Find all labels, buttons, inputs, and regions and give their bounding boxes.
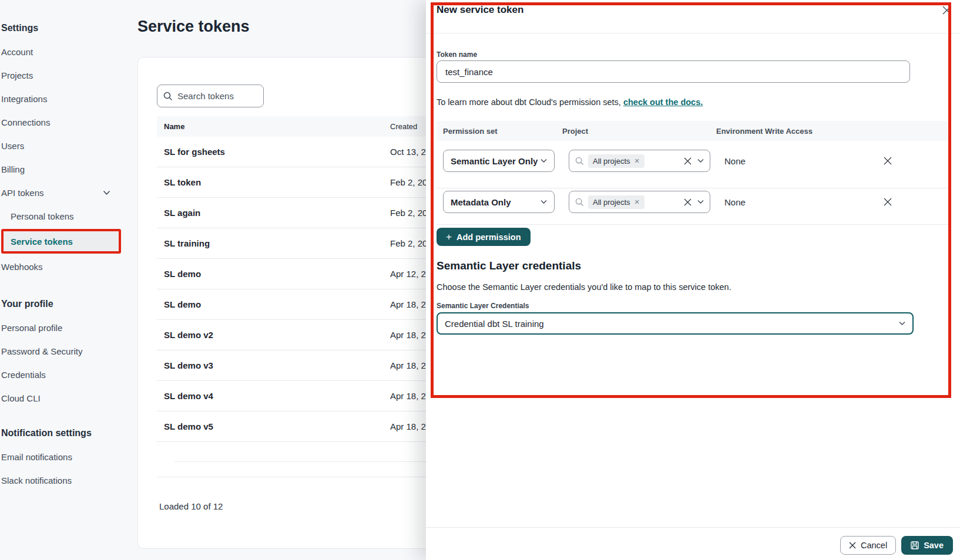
cancel-label: Cancel: [861, 541, 887, 550]
chevron-down-icon: [103, 190, 110, 195]
sidebar-heading-your-profile: Your profile: [1, 292, 125, 316]
sidebar-item-personal-profile[interactable]: Personal profile: [1, 316, 125, 339]
remove-permission-icon[interactable]: [881, 195, 894, 208]
sidebar-item-projects[interactable]: Projects: [1, 63, 125, 87]
token-name: SL token: [157, 177, 390, 187]
sidebar-item-api-tokens[interactable]: API tokens: [1, 181, 125, 204]
environment-write-access-value: None: [724, 197, 746, 207]
sidebar-item-account[interactable]: Account: [1, 40, 125, 63]
sidebar-item-credentials[interactable]: Credentials: [1, 363, 125, 386]
permissions-header-row: Permission set Project Environment Write…: [437, 121, 951, 141]
search-icon: [575, 198, 584, 207]
column-header-name: Name: [157, 122, 390, 131]
permission-set-value: Semantic Layer Only: [451, 156, 538, 166]
semantic-layer-credentials-description: Choose the Semantic Layer credentials yo…: [437, 282, 731, 292]
chevron-down-icon: [541, 158, 547, 163]
chevron-down-icon[interactable]: [697, 158, 704, 163]
column-header-environment-write-access: Environment Write Access: [716, 127, 951, 136]
divider: [426, 527, 960, 528]
chip-remove-icon[interactable]: ✕: [635, 157, 640, 165]
save-button[interactable]: Save: [901, 536, 953, 555]
add-permission-button[interactable]: + Add permission: [437, 228, 531, 246]
settings-sidebar: Settings Account Projects Integrations C…: [0, 0, 125, 492]
save-icon: [911, 541, 919, 549]
docs-link[interactable]: check out the docs.: [623, 97, 703, 107]
semantic-layer-credentials-select[interactable]: Credential dbt SL training: [437, 312, 914, 335]
chevron-down-icon[interactable]: [697, 200, 704, 204]
save-label: Save: [924, 541, 944, 550]
search-tokens-input[interactable]: [177, 91, 254, 101]
sidebar-item-webhooks[interactable]: Webhooks: [1, 255, 125, 278]
token-name-label: Token name: [437, 50, 477, 59]
new-service-token-drawer: New service token Token name To learn mo…: [426, 0, 960, 560]
sidebar-heading-settings: Settings: [1, 16, 125, 40]
close-icon: [849, 542, 856, 549]
sidebar-item-password-security[interactable]: Password & Security: [1, 339, 125, 363]
token-name: SL demo v3: [157, 360, 390, 370]
token-name: SL demo: [157, 299, 390, 309]
token-name: SL training: [157, 238, 390, 248]
permission-set-select[interactable]: Metadata Only: [443, 191, 555, 213]
semantic-layer-credentials-heading: Semantic Layer credentials: [437, 259, 581, 272]
column-header-permission-set: Permission set: [437, 127, 562, 136]
annotation-box-service-tokens: Service tokens: [1, 229, 121, 254]
add-permission-label: Add permission: [456, 232, 521, 242]
docs-sentence: To learn more about dbt Cloud's permissi…: [437, 97, 703, 107]
search-icon: [163, 92, 173, 101]
docs-text: To learn more about dbt Cloud's permissi…: [437, 97, 623, 107]
token-name: SL demo v2: [157, 330, 390, 340]
plus-icon: +: [446, 232, 452, 242]
sidebar-item-service-tokens[interactable]: Service tokens: [4, 231, 119, 251]
token-name: SL again: [157, 208, 390, 218]
sidebar-item-slack-notifications[interactable]: Slack notifications: [1, 468, 125, 492]
permission-set-value: Metadata Only: [451, 197, 511, 207]
clear-icon[interactable]: [684, 198, 692, 206]
project-chip-label: All projects: [593, 198, 630, 207]
credential-value: Credential dbt SL training: [445, 319, 544, 329]
sidebar-item-connections[interactable]: Connections: [1, 110, 125, 134]
token-name: SL demo: [157, 269, 390, 279]
divider: [437, 188, 951, 188]
cancel-button[interactable]: Cancel: [840, 536, 896, 555]
sidebar-item-email-notifications[interactable]: Email notifications: [1, 445, 125, 468]
divider: [437, 224, 951, 225]
sidebar-item-users[interactable]: Users: [1, 134, 125, 157]
close-icon[interactable]: [940, 4, 953, 16]
divider: [426, 33, 960, 33]
project-chip: All projects✕: [588, 154, 645, 168]
search-tokens-box: [157, 85, 264, 107]
column-header-project: Project: [562, 127, 716, 136]
token-name-input[interactable]: [437, 60, 910, 83]
sidebar-item-cloud-cli[interactable]: Cloud CLI: [1, 386, 125, 410]
search-icon: [575, 157, 584, 166]
token-name: SL demo v5: [157, 421, 390, 431]
page-title: Service tokens: [137, 18, 250, 36]
token-name: SL demo v4: [157, 391, 390, 401]
project-multiselect[interactable]: All projects✕: [569, 150, 710, 172]
permission-set-select[interactable]: Semantic Layer Only: [443, 150, 555, 172]
sidebar-item-label: API tokens: [1, 188, 44, 198]
load-status: Loaded 10 of 12: [159, 501, 223, 511]
semantic-layer-credentials-label: Semantic Layer Credentials: [437, 302, 529, 310]
project-chip: All projects✕: [588, 195, 645, 209]
project-chip-label: All projects: [593, 157, 630, 166]
environment-write-access-value: None: [724, 156, 746, 166]
sidebar-heading-notification-settings: Notification settings: [1, 421, 125, 445]
drawer-title: New service token: [437, 4, 523, 16]
sidebar-item-integrations[interactable]: Integrations: [1, 87, 125, 110]
token-name: SL for gsheets: [157, 147, 390, 157]
chevron-down-icon: [541, 200, 547, 204]
chevron-down-icon: [899, 321, 905, 326]
remove-permission-icon[interactable]: [881, 154, 894, 167]
project-multiselect[interactable]: All projects✕: [569, 191, 710, 213]
sidebar-item-billing[interactable]: Billing: [1, 157, 125, 181]
sidebar-item-personal-tokens[interactable]: Personal tokens: [1, 204, 125, 228]
chip-remove-icon[interactable]: ✕: [635, 198, 640, 206]
clear-icon[interactable]: [684, 157, 692, 165]
